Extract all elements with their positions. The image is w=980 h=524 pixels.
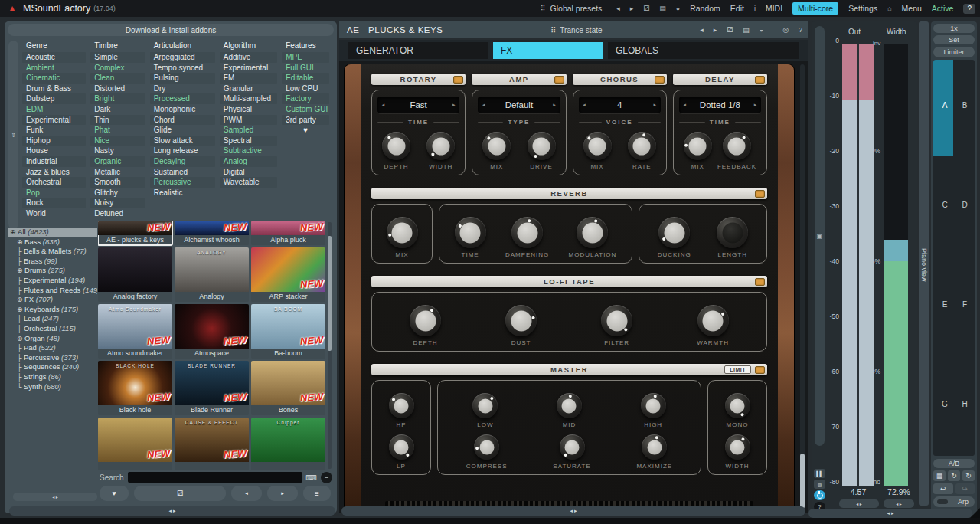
filter-item-decaying[interactable]: Decaying [150,156,215,167]
filter-item-mpe[interactable]: MPE [282,52,329,63]
filter-item-funk[interactable]: Funk [22,125,86,136]
filter-item-digital[interactable]: Digital [220,167,277,178]
preset-state-button[interactable]: ⠿ Trance state [550,26,603,34]
knob-rate[interactable]: RATE [628,132,656,170]
help-button[interactable]: ? [963,4,975,14]
state-prev-icon[interactable]: ◂ [700,26,704,34]
settings-button[interactable]: Settings [848,4,877,13]
device-scrollbar-track[interactable] [800,64,805,512]
filter-item-physical[interactable]: Physical [220,104,277,115]
filter-item-custom-gui[interactable]: Custom GUI [282,104,329,115]
tree-item-synth[interactable]: └ Synth (680) [8,382,97,392]
filter-item-edm[interactable]: EDM [22,104,86,115]
filter-item-simple[interactable]: Simple [90,52,145,63]
filter-item-low-cpu[interactable]: Low CPU [282,84,329,94]
filter-item-pop[interactable]: Pop [22,188,86,198]
filter-item-clean[interactable]: Clean [90,73,145,84]
tab-fx[interactable]: FX [493,42,603,59]
filter-item-dark[interactable]: Dark [90,104,145,115]
tree-item-percussive[interactable]: ├ Percussive (373) [8,353,97,363]
tree-item-pad[interactable]: ├ Pad (522) [8,343,97,353]
meter-mode-button[interactable]: ▨ [814,480,825,489]
prev-preset-button[interactable]: ◂ [231,486,262,501]
out-meter-slider[interactable]: ◂ ▸ [839,499,879,508]
filter-item-phat[interactable]: Phat [90,125,145,136]
filter-item-percussive[interactable]: Percussive [150,177,215,188]
filter-item-monophonic[interactable]: Monophonic [150,104,215,115]
knob-mix[interactable]: MIX [482,132,511,170]
preset-arp-stacker[interactable]: NEWARP stacker [251,247,325,302]
tree-item-orchestral[interactable]: ├ Orchestral (115) [8,324,97,334]
knob-mix[interactable]: MIX [387,217,418,258]
filter-item-slow-attack[interactable]: Slow attack [150,136,215,146]
limiter-button[interactable]: Limiter [933,47,975,57]
filter-item-editable[interactable]: Editable [282,73,329,84]
filter-item-factory[interactable]: Factory [282,93,329,104]
meter-pause-button[interactable]: ▌▌ [814,469,825,478]
filter-item-jazz-blues[interactable]: Jazz & blues [22,167,86,178]
filter-item-thin[interactable]: Thin [90,115,145,126]
knob-modulation[interactable]: MODULATION [569,217,617,258]
filter-item-hiphop[interactable]: Hiphop [22,136,86,146]
info-icon[interactable]: i [754,5,756,12]
browser-hscrollbar[interactable]: ◂ ▸ [9,506,335,516]
preset-item[interactable]: NEW [98,418,172,470]
slot-c[interactable]: C [939,201,950,209]
tree-item-bells-mallets[interactable]: ├ Bells & Mallets (77) [8,247,97,257]
fx-selector-rotary[interactable]: ◂Fast▸ [377,97,459,113]
filter-item-pulsing[interactable]: Pulsing [150,73,215,84]
filter-item-world[interactable]: World [22,208,86,219]
state-random-icon[interactable]: ⚂ [727,26,733,34]
arp-toggle[interactable] [937,499,948,504]
knob-mix[interactable]: MIX [684,132,712,170]
filter-item-multi-sampled[interactable]: Multi-sampled [220,93,277,104]
tree-item-keyboards[interactable]: ⊕ Keyboards (175) [8,305,97,315]
list-view-button[interactable]: ≡ [303,486,331,501]
filter-item-drum-bass[interactable]: Drum & Bass [22,84,86,94]
window-resize-handle[interactable] [970,508,980,518]
copy-button[interactable]: ↻ [948,470,960,481]
tab-generator[interactable]: GENERATOR [348,42,488,59]
preset-analogy[interactable]: ANALOGYAnalogy [175,247,249,302]
preset-atmospace[interactable]: NEWAtmospace [175,304,249,359]
midi-button[interactable]: MIDI [766,4,782,13]
knob-width[interactable]: WIDTH [725,434,750,470]
filter-item-bright[interactable]: Bright [90,93,145,104]
knob-warmth[interactable]: WARMTH [697,305,729,346]
search-clear-button[interactable]: − [321,472,332,483]
home-icon[interactable]: ⌂ [887,5,891,12]
tree-item-bass[interactable]: ⊕ Bass (836) [8,237,97,247]
filter-item-metallic[interactable]: Metallic [90,167,145,178]
tree-item-flutes-and-reeds[interactable]: ├ Flutes and Reeds (149) [8,286,97,296]
knob-saturate[interactable]: SATURATE [553,434,590,470]
global-presets-button[interactable]: ⠿ Global presets [541,4,602,13]
preset-atmo-soundmaker[interactable]: Atmo SoundmakerNEWAtmo soundmaker [98,304,172,359]
state-save-icon[interactable]: ▤ [743,26,750,34]
filter-item-distorted[interactable]: Distorted [90,84,145,94]
active-button[interactable]: Active [932,4,954,13]
filter-item-experimental[interactable]: Experimental [22,115,86,126]
download-icon[interactable]: ◒ [676,5,680,12]
menu-button[interactable]: Menu [902,4,922,13]
filter-item-subtractive[interactable]: Subtractive [220,146,277,156]
help-icon[interactable]: ? [799,26,802,34]
search-input[interactable] [128,472,302,483]
slot-d[interactable]: D [959,201,970,209]
knob-time[interactable]: TIME [455,217,486,258]
knob-depth[interactable]: DEPTH [410,305,441,346]
tab-globals[interactable]: GLOBALS [608,42,799,59]
arp-button[interactable]: Arp [933,496,975,507]
filter-item-sustained[interactable]: Sustained [150,167,215,178]
favorite-button[interactable]: ♥ [100,486,129,501]
state-next-icon[interactable]: ▸ [714,26,717,34]
save-preset-icon[interactable]: ▤ [659,5,666,12]
filter-item-chord[interactable]: Chord [150,115,215,126]
filter-item-nice[interactable]: Nice [90,136,145,146]
knob-hp[interactable]: HP [389,393,414,428]
tree-item-all[interactable]: ⊕ All (4823) [8,228,97,237]
width-meter-slider[interactable]: ◂ ▸ [884,499,914,508]
filter-item-fm[interactable]: FM [220,73,277,84]
next-preset-button[interactable]: ▸ [267,486,298,501]
filter-item-spectral[interactable]: Spectral [220,136,277,146]
meter-side-track[interactable]: ▣ [815,26,825,446]
